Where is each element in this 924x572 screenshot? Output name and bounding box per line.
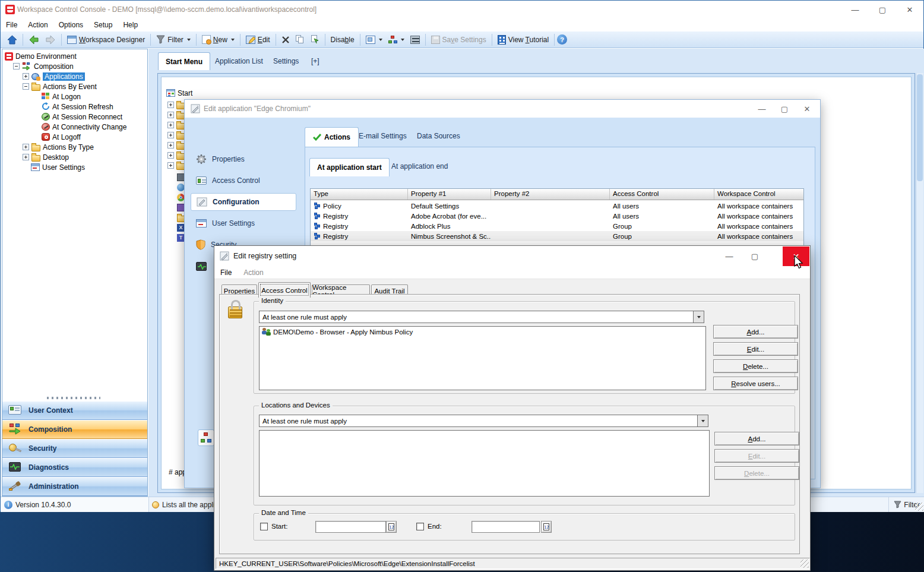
dialog-maximize-button[interactable]: ▢ — [774, 100, 795, 118]
col-workspace-control[interactable]: Workspace Control — [714, 189, 803, 200]
tree-item-actions-by-type[interactable]: Actions By Type — [5, 142, 147, 152]
tree-item-start[interactable]: Start — [166, 88, 192, 98]
preview-button[interactable] — [363, 34, 385, 45]
menu-file[interactable]: File — [1, 20, 23, 30]
identity-edit-button[interactable]: Edit... — [713, 342, 798, 356]
registry-resize-grip[interactable] — [800, 560, 809, 568]
end-calendar-button[interactable]: 12 — [541, 521, 552, 533]
subtab-at-application-start[interactable]: At application start — [309, 158, 390, 176]
hierarchy-button[interactable] — [198, 429, 214, 446]
tab-add[interactable]: [+] — [304, 53, 327, 69]
start-date-field[interactable] — [315, 521, 386, 533]
panel-splitter[interactable] — [47, 397, 100, 399]
dialog-minimize-button[interactable]: — — [751, 100, 773, 118]
edit-button[interactable]: Edit — [243, 34, 273, 45]
registry-maximize-button[interactable]: ▢ — [744, 246, 765, 266]
start-checkbox[interactable] — [260, 523, 268, 530]
chevron-down-icon[interactable] — [697, 415, 708, 426]
menu-setup[interactable]: Setup — [88, 20, 118, 30]
sidebar-item-properties[interactable]: Properties — [191, 150, 296, 168]
registry-menu-action[interactable]: Action — [238, 267, 269, 278]
tab-start-menu[interactable]: Start Menu — [158, 52, 210, 70]
expand-expander[interactable] — [23, 154, 29, 160]
identity-list[interactable]: DEMO\Demo - Browser - Apply Nimbus Polic… — [259, 326, 706, 390]
tab-data-sources[interactable]: Data Sources — [409, 127, 468, 145]
copy-button[interactable] — [293, 34, 308, 45]
registry-minimize-button[interactable]: — — [719, 246, 740, 266]
collapse-expander[interactable] — [13, 63, 20, 69]
dialog-close-button[interactable]: ✕ — [796, 100, 818, 118]
regtab-access-control[interactable]: Access Control — [258, 282, 311, 298]
maximize-button[interactable]: ▢ — [869, 1, 896, 18]
tab-settings[interactable]: Settings — [266, 53, 306, 69]
menu-action[interactable]: Action — [23, 20, 53, 30]
col-property1[interactable]: Property #1 — [408, 189, 491, 200]
new-button[interactable]: New — [199, 34, 238, 45]
menu-options[interactable]: Options — [53, 20, 88, 30]
home-button[interactable] — [4, 34, 20, 46]
locations-add-button[interactable]: Add... — [714, 432, 799, 445]
registry-menu-file[interactable]: File — [214, 267, 238, 278]
tree-item-at-logon[interactable]: At Logon — [5, 91, 147, 102]
nav-security[interactable]: Security — [2, 439, 147, 458]
paste-button[interactable] — [308, 34, 322, 45]
end-checkbox[interactable] — [416, 523, 424, 530]
identity-add-button[interactable]: Add... — [713, 325, 798, 339]
disable-button[interactable]: Disable — [328, 34, 357, 45]
locations-list[interactable] — [259, 430, 710, 497]
subtab-at-application-end[interactable]: At application end — [384, 158, 455, 175]
start-calendar-button[interactable]: 12 — [386, 521, 397, 533]
tree-item-at-session-reconnect[interactable]: At Session Reconnect — [5, 112, 147, 122]
delete-button[interactable] — [279, 34, 293, 45]
tree-item-applications[interactable]: Applications — [5, 71, 147, 81]
nav-user-context[interactable]: User Context — [2, 401, 147, 420]
tree-item-user-settings[interactable]: User Settings — [5, 162, 147, 172]
table-row[interactable]: Policy Default Settings All users All wo… — [311, 201, 803, 211]
forward-button[interactable] — [42, 34, 59, 46]
table-row[interactable]: Registry Adobe Acrobat (for eve... All u… — [311, 211, 803, 221]
content-scrollbar[interactable] — [916, 73, 923, 493]
filter-button[interactable]: Filter — [153, 34, 194, 45]
col-type[interactable]: Type — [311, 189, 408, 200]
tree-item-composition[interactable]: Composition — [5, 61, 147, 71]
expand-expander[interactable] — [23, 144, 29, 150]
table-row[interactable]: Registry Nimbus Screenshot & Sc... Group… — [311, 231, 803, 241]
tab-application-list[interactable]: Application List — [208, 53, 270, 69]
nav-administration[interactable]: Administration — [2, 477, 147, 496]
help-button[interactable]: ? — [557, 34, 567, 45]
collapse-expander[interactable] — [23, 83, 29, 90]
close-button[interactable]: ✕ — [896, 1, 923, 18]
view-tutorial-button[interactable]: View Tutorial — [495, 34, 552, 46]
end-date-field[interactable] — [472, 521, 540, 533]
menu-help[interactable]: Help — [118, 20, 143, 30]
workspace-designer-button[interactable]: Workspace Designer — [64, 34, 148, 45]
tree-item-actions-by-event[interactable]: Actions By Event — [5, 81, 147, 91]
chevron-down-icon[interactable] — [693, 311, 704, 323]
nav-diagnostics[interactable]: Diagnostics — [2, 458, 147, 477]
identity-list-item[interactable]: DEMO\Demo - Browser - Apply Nimbus Polic… — [260, 327, 705, 337]
tab-email-settings[interactable]: E-mail Settings — [351, 127, 414, 145]
back-button[interactable] — [26, 34, 42, 46]
tree-item-at-session-refresh[interactable]: At Session Refresh — [5, 102, 147, 112]
identity-rule-select[interactable]: At least one rule must apply — [259, 311, 704, 323]
tree-item-demo-environment[interactable]: Demo Environment — [5, 51, 147, 61]
sidebar-item-user-settings[interactable]: User Settings — [191, 214, 296, 232]
preview-icon — [366, 36, 375, 44]
locations-rule-select[interactable]: At least one rule must apply — [259, 415, 708, 427]
col-property2[interactable]: Property #2 — [491, 189, 610, 200]
database-button[interactable] — [407, 34, 423, 45]
identity-delete-button[interactable]: Delete... — [713, 359, 798, 373]
col-access-control[interactable]: Access Control — [610, 189, 714, 200]
resolve-users-button[interactable]: Resolve users... — [713, 377, 798, 390]
table-row[interactable]: Registry Adblock Plus Group All workspac… — [311, 221, 803, 231]
tree-item-at-connectivity-change[interactable]: At Connectivity Change — [5, 122, 147, 132]
minimize-button[interactable]: — — [841, 1, 869, 18]
nav-composition[interactable]: Composition — [2, 420, 147, 439]
expand-expander[interactable] — [23, 73, 29, 80]
tree-item-desktop[interactable]: Desktop — [5, 152, 147, 162]
tree-view-button[interactable] — [385, 34, 407, 45]
sidebar-item-access-control[interactable]: Access Control — [191, 172, 296, 189]
resize-grip[interactable] — [915, 503, 923, 511]
tree-item-at-logoff[interactable]: At Logoff — [5, 132, 147, 142]
sidebar-item-configuration[interactable]: Configuration — [191, 193, 296, 211]
